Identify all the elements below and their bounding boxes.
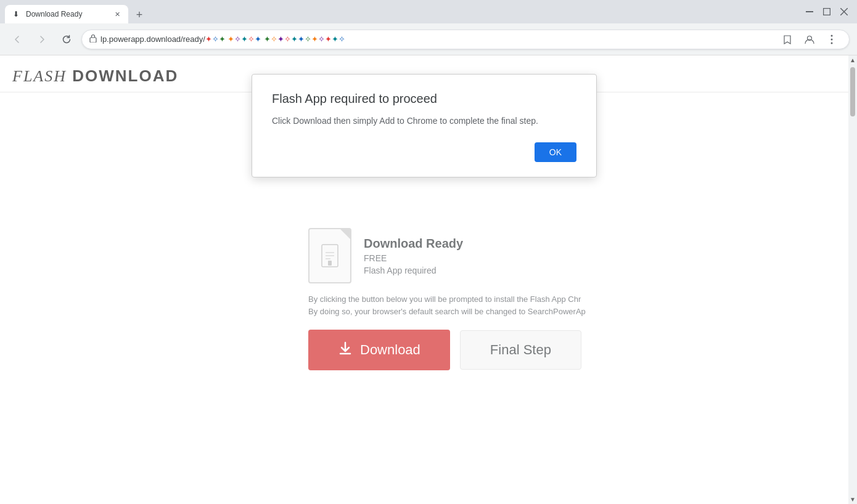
url-text: lp.powerapp.download/ready/✦✧✦ ✦✧✦✧✦ ✦✧✦…	[100, 35, 774, 44]
menu-button[interactable]	[822, 30, 842, 49]
profile-button[interactable]	[800, 30, 819, 49]
tab-favicon: ⬇	[11, 9, 21, 19]
reload-button[interactable]	[57, 30, 76, 49]
tab-close-button[interactable]: ✕	[112, 9, 122, 19]
dialog: Flash App required to proceed Click Down…	[252, 74, 597, 177]
scroll-up-arrow[interactable]: ▲	[850, 55, 856, 65]
close-window-button[interactable]	[836, 4, 852, 20]
address-input[interactable]: lp.powerapp.download/ready/✦✧✦ ✦✧✦✧✦ ✦✧✦…	[81, 30, 850, 49]
window-controls	[802, 4, 852, 20]
active-tab[interactable]: ⬇ Download Ready ✕	[5, 5, 128, 23]
bookmark-button[interactable]	[777, 30, 797, 49]
maximize-button[interactable]	[819, 4, 835, 20]
scrollbar[interactable]: ▲ ▼	[848, 55, 857, 504]
minimize-button[interactable]	[802, 4, 818, 20]
svg-point-8	[831, 42, 833, 44]
dialog-body: Click Download then simply Add to Chrome…	[272, 115, 576, 128]
dialog-title: Flash App required to proceed	[272, 92, 576, 106]
svg-point-7	[831, 38, 833, 40]
address-bar: lp.powerapp.download/ready/✦✧✦ ✦✧✦✧✦ ✦✧✦…	[0, 23, 857, 55]
title-bar: ⬇ Download Ready ✕ +	[0, 0, 857, 23]
forward-button[interactable]	[32, 30, 52, 49]
svg-rect-0	[806, 11, 813, 12]
back-button[interactable]	[7, 30, 27, 49]
ok-button[interactable]: OK	[535, 142, 576, 162]
browser-frame: ⬇ Download Ready ✕ +	[0, 0, 857, 504]
tab-title: Download Ready	[26, 10, 107, 18]
lock-icon	[89, 34, 97, 44]
scrollbar-thumb[interactable]	[850, 67, 855, 116]
svg-rect-1	[824, 9, 830, 15]
svg-point-6	[831, 35, 833, 36]
svg-rect-4	[90, 38, 96, 43]
page-content: FLASH DOWNLOAD Flash App required to pro…	[0, 55, 857, 504]
dialog-overlay: Flash App required to proceed Click Down…	[0, 55, 848, 504]
scroll-down-arrow[interactable]: ▼	[850, 495, 856, 504]
tab-area: ⬇ Download Ready ✕ +	[5, 0, 794, 23]
dialog-actions: OK	[272, 142, 576, 162]
address-actions	[777, 30, 842, 49]
new-tab-button[interactable]: +	[131, 6, 148, 23]
